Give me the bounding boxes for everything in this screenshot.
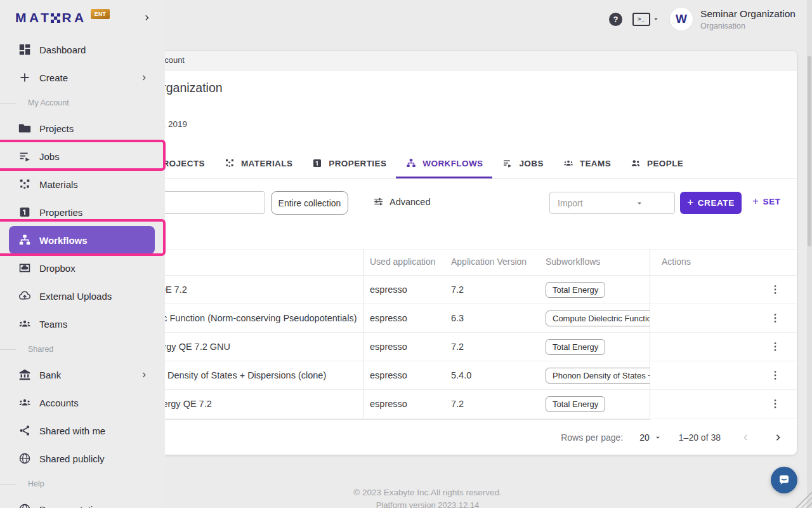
workflows-table: Used application Application Version Sub… bbox=[95, 249, 797, 420]
rows-per-page-select[interactable]: 20 bbox=[639, 432, 662, 443]
sidebar-item-materials[interactable]: Materials bbox=[0, 170, 165, 198]
app-root: ? >_ W Seminar Organization Organisation… bbox=[0, 0, 812, 508]
sidebar-item-label: External Uploads bbox=[39, 291, 112, 302]
sidebar-item-workflows[interactable]: Workflows bbox=[9, 226, 155, 254]
help-button[interactable]: ? bbox=[609, 13, 622, 26]
topbar: ? >_ W Seminar Organization Organisation bbox=[609, 6, 796, 32]
sidebar-item-teams[interactable]: Teams bbox=[0, 310, 165, 338]
tab-materials[interactable]: MATERIALS bbox=[214, 148, 302, 178]
folder-icon bbox=[18, 121, 32, 135]
tab-workflows[interactable]: WORKFLOWS bbox=[396, 148, 492, 178]
properties-icon bbox=[311, 157, 323, 169]
application-version: 7.2 bbox=[451, 399, 464, 409]
sidebar-item-label: Bank bbox=[39, 370, 61, 380]
entire-collection-button[interactable]: Entire collection bbox=[271, 191, 348, 215]
tab-teams[interactable]: TEAMS bbox=[553, 148, 620, 178]
plus-icon: + bbox=[752, 195, 759, 208]
org-switcher[interactable]: W Seminar Organization Organisation bbox=[670, 8, 796, 30]
tab-bar: PROJECTSMATERIALSPROPERTIESWORKFLOWSJOBS… bbox=[95, 148, 797, 179]
column-used-application: Used application bbox=[370, 257, 436, 267]
avatar: W bbox=[670, 8, 693, 30]
tune-icon bbox=[372, 196, 384, 208]
properties-icon bbox=[18, 205, 32, 219]
row-actions-button[interactable] bbox=[769, 283, 782, 296]
column-actions: Actions bbox=[662, 257, 691, 267]
breadcrumb-bar: Account bbox=[95, 51, 797, 70]
materials-icon bbox=[18, 177, 32, 191]
share-icon bbox=[18, 424, 32, 438]
mat3ra-logo[interactable]: MAT RA ENT bbox=[15, 10, 110, 25]
tab-label: TEAMS bbox=[580, 159, 611, 168]
sidebar-item-label: Create bbox=[39, 72, 68, 83]
sidebar-collapse-button[interactable] bbox=[142, 13, 152, 23]
dropbox-icon bbox=[18, 261, 32, 275]
sidebar-item-create[interactable]: Create bbox=[0, 64, 165, 91]
previous-page-button[interactable] bbox=[737, 429, 754, 446]
sidebar-item-documentation[interactable]: Documentation bbox=[0, 495, 165, 508]
copyright-text: © 2023 Exabyte Inc.All rights reserved. bbox=[237, 488, 618, 497]
group-icon bbox=[563, 157, 574, 169]
row-actions-button[interactable] bbox=[769, 340, 782, 353]
used-application: espresso bbox=[370, 313, 407, 323]
sidebar-section-label: Help bbox=[0, 472, 165, 495]
plus-icon bbox=[18, 70, 32, 84]
sidebar-section-label: My Account bbox=[0, 91, 165, 114]
row-actions-button[interactable] bbox=[769, 369, 782, 382]
sidebar-item-dropbox[interactable]: Dropbox bbox=[0, 254, 165, 282]
application-version: 7.2 bbox=[451, 284, 464, 295]
row-actions-button[interactable] bbox=[769, 398, 782, 410]
chat-bubble-icon bbox=[776, 472, 792, 488]
people-icon bbox=[630, 157, 641, 169]
sidebar-item-label: Jobs bbox=[39, 151, 60, 162]
sidebar: MAT RA ENT DashboardCreateMy AccountProj… bbox=[0, 0, 165, 508]
create-button[interactable]: + CREATE bbox=[680, 192, 742, 214]
application-version: 5.4.0 bbox=[451, 370, 471, 380]
sidebar-item-label: Workflows bbox=[39, 235, 88, 246]
set-button[interactable]: + SET bbox=[749, 195, 785, 208]
sidebar-item-shared-with-me[interactable]: Shared with me bbox=[0, 417, 165, 444]
sidebar-item-label: Shared publicly bbox=[39, 453, 105, 464]
sidebar-item-projects[interactable]: Projects bbox=[0, 114, 165, 142]
used-application: espresso bbox=[370, 370, 407, 380]
chat-launcher-button[interactable] bbox=[771, 467, 797, 493]
terminal-icon: >_ bbox=[632, 13, 650, 26]
used-application: espresso bbox=[370, 284, 407, 295]
row-actions-button[interactable] bbox=[769, 312, 782, 324]
globe-icon bbox=[18, 451, 32, 465]
next-page-button[interactable] bbox=[770, 429, 787, 446]
subworkflow-chip[interactable]: Compute Dielectric Function bbox=[546, 311, 663, 326]
tab-label: PEOPLE bbox=[647, 159, 683, 168]
sidebar-item-jobs[interactable]: Jobs bbox=[0, 142, 165, 170]
sidebar-item-bank[interactable]: Bank bbox=[0, 361, 165, 389]
actions-column: Actions bbox=[650, 250, 797, 420]
sidebar-item-shared-publicly[interactable]: Shared publicly bbox=[0, 444, 165, 472]
sidebar-item-accounts[interactable]: Accounts bbox=[0, 389, 165, 417]
advanced-filter-button[interactable]: Advanced bbox=[372, 196, 431, 208]
materials-icon bbox=[224, 157, 235, 169]
sidebar-item-label: Dropbox bbox=[39, 263, 75, 274]
tab-people[interactable]: PEOPLE bbox=[620, 148, 693, 178]
tab-label: PROPERTIES bbox=[329, 159, 386, 168]
group-icon bbox=[18, 317, 32, 331]
tab-properties[interactable]: PROPERTIES bbox=[302, 148, 396, 178]
import-select[interactable]: Import bbox=[549, 192, 675, 214]
sidebar-item-external-uploads[interactable]: External Uploads bbox=[0, 282, 165, 310]
jobs-icon bbox=[502, 157, 513, 169]
subworkflow-chip[interactable]: Total Energy bbox=[546, 282, 605, 298]
sidebar-section-label: Shared bbox=[0, 338, 165, 361]
subworkflow-chip[interactable]: Total Energy bbox=[546, 339, 605, 355]
logo-dots-icon bbox=[51, 13, 60, 23]
console-menu-button[interactable]: >_ bbox=[632, 13, 660, 26]
sidebar-item-label: Dashboard bbox=[39, 44, 86, 55]
plus-icon: + bbox=[687, 196, 694, 209]
sidebar-item-dashboard[interactable]: Dashboard bbox=[0, 36, 165, 64]
bank-icon bbox=[18, 368, 32, 382]
tab-jobs[interactable]: JOBS bbox=[492, 148, 553, 178]
platform-version: Platform version 2023.12.14 bbox=[237, 500, 618, 508]
sidebar-item-properties[interactable]: Properties bbox=[0, 198, 165, 226]
subworkflow-chip[interactable]: Total Energy bbox=[546, 396, 605, 412]
page-scrollbar[interactable] bbox=[807, 0, 812, 508]
application-version: 7.2 bbox=[451, 342, 464, 352]
used-application: espresso bbox=[370, 342, 407, 352]
column-application-version: Application Version bbox=[451, 257, 527, 267]
